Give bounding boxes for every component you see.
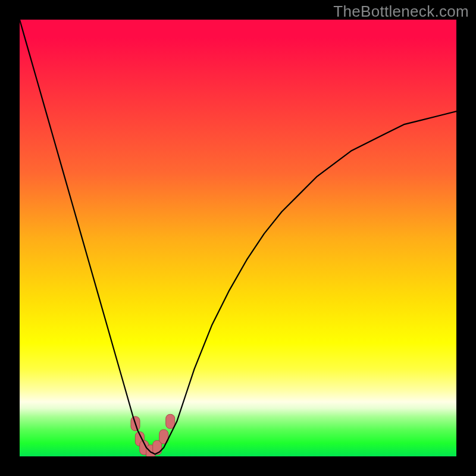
watermark-text: TheBottleneck.com <box>333 2 469 21</box>
marker-group <box>131 414 175 456</box>
chart-svg <box>20 20 456 456</box>
plot-area <box>20 20 456 456</box>
chart-frame: TheBottleneck.com <box>0 0 476 476</box>
bottleneck-curve-path <box>20 20 456 454</box>
curve-marker <box>166 414 175 428</box>
